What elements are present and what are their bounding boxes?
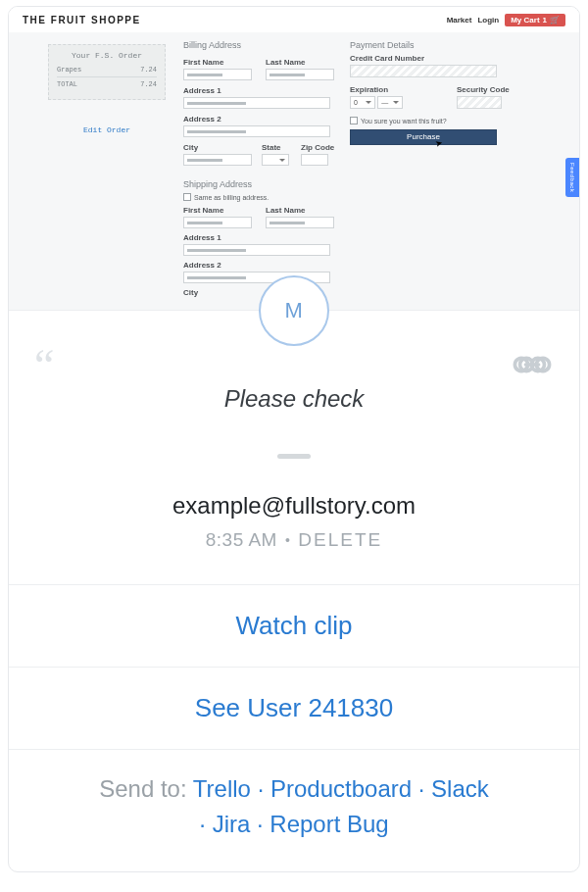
preview-body: Your F.S. Order Grapes 7.24 TOTAL 7.24 E… xyxy=(9,32,579,310)
send-productboard[interactable]: Productboard xyxy=(270,775,412,802)
note-card: THE FRUIT SHOPPE Market Login My Cart 1 … xyxy=(8,6,580,872)
shipping-title: Shipping Address xyxy=(183,179,340,189)
feedback-tab[interactable]: Feedback xyxy=(565,158,579,197)
billing-zip-input[interactable] xyxy=(301,154,328,166)
shipping-firstname-input[interactable] xyxy=(183,217,252,228)
send-jira[interactable]: Jira xyxy=(213,811,251,837)
cart-icon: 🛒 xyxy=(550,16,560,25)
payment-section: Payment Details Credit Card Number Expir… xyxy=(350,40,546,145)
exp-month-select[interactable]: 0 xyxy=(350,96,375,109)
user-email: example@fullstory.com xyxy=(9,492,579,520)
billing-firstname-input[interactable] xyxy=(183,69,252,80)
billing-address2-label: Address 2 xyxy=(183,115,340,124)
billing-lastname-input[interactable] xyxy=(266,69,334,80)
nav-market[interactable]: Market xyxy=(447,16,472,25)
security-label: Security Code xyxy=(457,85,546,94)
billing-address1-label: Address 1 xyxy=(183,86,340,95)
security-input[interactable] xyxy=(457,96,502,109)
send-trello[interactable]: Trello xyxy=(193,775,251,802)
order-title: Your F.S. Order xyxy=(57,51,157,60)
confirm-checkbox[interactable] xyxy=(350,117,358,124)
shipping-address2-label: Address 2 xyxy=(183,261,340,270)
shipping-firstname-label: First Name xyxy=(183,206,258,215)
billing-firstname-label: First Name xyxy=(183,58,258,67)
cc-label: Credit Card Number xyxy=(350,54,546,63)
cursor-icon: ➤ xyxy=(433,135,444,151)
exp-year-select[interactable]: — xyxy=(377,96,403,109)
billing-title: Billing Address xyxy=(183,40,340,50)
billing-lastname-label: Last Name xyxy=(266,58,340,67)
link-icon[interactable] xyxy=(511,352,554,377)
same-address-label: Same as billing address. xyxy=(194,194,269,201)
send-slack[interactable]: Slack xyxy=(431,775,489,802)
payment-title: Payment Details xyxy=(350,40,546,50)
shipping-lastname-input[interactable] xyxy=(266,217,334,228)
billing-state-label: State xyxy=(262,143,295,152)
order-total-label: TOTAL xyxy=(57,80,77,88)
avatar: M xyxy=(259,275,329,346)
cart-count: 1 xyxy=(543,16,547,25)
see-user-link[interactable]: See User 241830 xyxy=(195,693,393,722)
session-screenshot[interactable]: THE FRUIT SHOPPE Market Login My Cart 1 … xyxy=(9,7,579,311)
shipping-lastname-label: Last Name xyxy=(266,206,340,215)
billing-zip-label: Zip Code xyxy=(301,143,340,152)
edit-order-link[interactable]: Edit Order xyxy=(83,125,130,134)
exp-label: Expiration xyxy=(350,85,439,94)
billing-city-label: City xyxy=(183,143,256,152)
order-summary: Your F.S. Order Grapes 7.24 TOTAL 7.24 xyxy=(48,44,166,100)
send-to-row: Send to: Trello · Productboard · Slack ·… xyxy=(9,749,579,871)
avatar-initial: M xyxy=(285,298,304,323)
meta-separator: • xyxy=(285,532,290,548)
purchase-button[interactable]: Purchase ➤ xyxy=(350,129,497,145)
shipping-address1-label: Address 1 xyxy=(183,233,340,242)
shipping-section: Shipping Address Same as billing address… xyxy=(183,179,340,299)
billing-city-input[interactable] xyxy=(183,154,252,166)
divider xyxy=(277,454,311,459)
delete-link[interactable]: DELETE xyxy=(298,529,382,551)
billing-address2-input[interactable] xyxy=(183,125,330,137)
order-item-price: 7.24 xyxy=(140,66,157,74)
order-total-price: 7.24 xyxy=(140,80,157,88)
nav-login[interactable]: Login xyxy=(477,16,499,25)
watch-clip-link[interactable]: Watch clip xyxy=(236,611,353,640)
billing-address1-input[interactable] xyxy=(183,97,330,109)
cart-button[interactable]: My Cart 1 🛒 xyxy=(505,14,565,26)
note-text: Please check xyxy=(9,385,579,413)
send-report-bug[interactable]: Report Bug xyxy=(270,811,388,837)
cart-label: My Cart xyxy=(511,16,539,25)
topbar-right: Market Login My Cart 1 🛒 xyxy=(447,14,565,26)
brand-title: THE FRUIT SHOPPE xyxy=(23,15,141,25)
billing-state-select[interactable] xyxy=(262,154,289,166)
send-prefix: Send to: xyxy=(99,775,186,802)
order-item-label: Grapes xyxy=(57,66,81,74)
confirm-label: You sure you want this fruit? xyxy=(361,118,447,124)
preview-topbar: THE FRUIT SHOPPE Market Login My Cart 1 … xyxy=(9,7,579,32)
shipping-address1-input[interactable] xyxy=(183,244,330,256)
billing-section: Billing Address First Name Last Name Add… xyxy=(183,40,340,168)
same-address-checkbox[interactable] xyxy=(183,193,191,201)
cc-input[interactable] xyxy=(350,65,497,77)
timestamp: 8:35 AM xyxy=(206,529,277,551)
quote-icon: “ xyxy=(34,352,54,379)
